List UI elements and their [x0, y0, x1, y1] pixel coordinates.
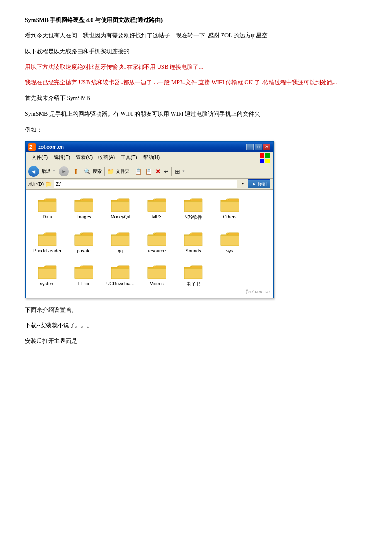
- folder-icon-img: [147, 230, 167, 247]
- explorer-toolbar: ◄ 后退 ▼ ► ⬆ 🔍 搜索 📁 文件夹 📋 📋 ✕ ↩ ⊞ ▼: [26, 164, 273, 179]
- back-dropdown[interactable]: ▼: [52, 169, 56, 173]
- restore-button[interactable]: □: [255, 144, 262, 150]
- windows-flag-icon: [260, 153, 270, 163]
- menu-view[interactable]: 查看(V): [73, 153, 95, 163]
- forward-button[interactable]: ►: [59, 166, 69, 176]
- folder-item[interactable]: Images: [67, 195, 100, 225]
- para10: 安装后打开主界面是：: [25, 336, 367, 346]
- para1: 看到今天也有人在问，我也因为有需要刚好找到了这帖子，现在转一下 ,感谢 ZOL …: [25, 31, 367, 41]
- para4-red: 我现在已经完全抛弃 USB 线和读卡器..都放一边了....一般 MP3..文件…: [25, 78, 367, 88]
- folder-item[interactable]: MoneyQif: [104, 195, 137, 225]
- folder-icon-img: [37, 230, 57, 247]
- folder-label-text: system: [40, 281, 55, 286]
- goto-arrow-icon: ►: [252, 181, 256, 186]
- folder-icon-img: [183, 230, 203, 247]
- close-icon: ✕: [265, 144, 268, 149]
- folder-label-text: sys: [226, 248, 234, 253]
- folder-item[interactable]: Sounds: [177, 229, 210, 258]
- back-arrow-icon: ◄: [31, 168, 37, 175]
- folder-label[interactable]: 文件夹: [116, 168, 129, 174]
- folder-icon-img: [74, 230, 94, 247]
- search-label[interactable]: 搜索: [93, 168, 102, 174]
- folder-icon-img: [183, 263, 203, 280]
- address-input[interactable]: Z:\: [54, 180, 237, 188]
- address-dropdown[interactable]: ▼: [239, 180, 246, 188]
- toolbar-separator1: [81, 167, 81, 176]
- folder-label-text: qq: [118, 248, 123, 253]
- folder-item[interactable]: resource: [140, 229, 173, 258]
- folder-label-text: private: [77, 248, 90, 253]
- folder-label-text: UCDownloa...: [106, 281, 134, 286]
- titlebar-left: Z zol.com.cn: [28, 143, 64, 151]
- goto-button[interactable]: ► 转到: [248, 179, 270, 188]
- folder-item[interactable]: 电子书: [177, 262, 210, 292]
- folder-item[interactable]: Others: [213, 195, 246, 225]
- minimize-button[interactable]: —: [246, 144, 254, 150]
- watermark: ∥zol.com.cn: [245, 289, 270, 294]
- address-text: Z:\: [56, 181, 235, 186]
- folder-item[interactable]: Data: [31, 195, 64, 225]
- address-label: 地址(D): [28, 181, 44, 187]
- view-icon: ⊞: [175, 168, 180, 175]
- explorer-menubar: 文件(F) 编辑(E) 查看(V) 收藏(A) 工具(T) 帮助(H): [26, 152, 273, 164]
- folder-item[interactable]: PandaReader: [31, 229, 64, 258]
- folder-icon-img: [110, 196, 130, 213]
- window-title: zol.com.cn: [38, 144, 64, 150]
- folder-item[interactable]: MP3: [140, 195, 173, 225]
- folder-item[interactable]: sys: [213, 229, 246, 258]
- svg-rect-2: [260, 153, 264, 158]
- folder-icon-img: [37, 196, 57, 213]
- para2: 以下教程是以无线路由和手机实现连接的: [25, 46, 367, 56]
- folder-item[interactable]: N79软件: [177, 195, 210, 225]
- restore-icon: □: [257, 144, 260, 149]
- folder-icon-img: [74, 196, 94, 213]
- folder-icon-img: [110, 230, 130, 247]
- forward-icon: ►: [61, 169, 66, 174]
- view-dropdown[interactable]: ▼: [182, 169, 185, 173]
- address-bar: 地址(D) 📁 Z:\ ▼ ► 转到: [26, 179, 273, 190]
- folder-label-text: MP3: [152, 214, 162, 219]
- menu-edit[interactable]: 编辑(E): [51, 153, 73, 163]
- folder-label-text: Others: [223, 214, 236, 219]
- explorer-titlebar: Z zol.com.cn — □ ✕: [26, 142, 273, 152]
- close-button[interactable]: ✕: [263, 144, 270, 150]
- folder-icon-img: [220, 196, 240, 213]
- delete-icon: ✕: [156, 168, 161, 175]
- menu-file[interactable]: 文件(F): [29, 153, 50, 163]
- folder-item[interactable]: UCDownloa...: [104, 262, 137, 292]
- back-button[interactable]: ◄: [28, 166, 39, 177]
- menu-tools[interactable]: 工具(T): [118, 153, 139, 163]
- folder-item[interactable]: system: [31, 262, 64, 292]
- para7: 例如：: [25, 125, 367, 135]
- svg-rect-3: [265, 153, 270, 158]
- folder-label-text: N79软件: [185, 214, 202, 220]
- goto-label: 转到: [258, 181, 267, 187]
- folder-icon-img: [183, 196, 203, 213]
- folder-item[interactable]: qq: [104, 229, 137, 258]
- folder-label-text: Data: [42, 214, 52, 219]
- toolbar-separator3: [132, 167, 132, 176]
- menu-favorites[interactable]: 收藏(A): [96, 153, 117, 163]
- folder-label-text: Sounds: [185, 248, 201, 253]
- para5: 首先我来介绍下 SymSMB: [25, 93, 367, 103]
- svg-rect-4: [260, 159, 264, 163]
- para9: 下载--安装就不说了。。。: [25, 320, 367, 330]
- minimize-icon: —: [248, 144, 252, 149]
- folder-item[interactable]: TTPod: [67, 262, 100, 292]
- para3-red: 用以下方法读取速度绝对比蓝牙传输快..在家都不用 USB 连接电脑了...: [25, 62, 367, 72]
- undo-icon: ↩: [164, 168, 169, 175]
- folder-item[interactable]: private: [67, 229, 100, 258]
- article-title: SymSMB 手机网络硬盘 4.0 与使用图文教程(通过路由): [25, 17, 367, 24]
- toolbar-separator2: [104, 167, 105, 176]
- explorer-content: Data Images MoneyQif MP3: [26, 190, 273, 298]
- svg-text:Z: Z: [29, 145, 32, 149]
- up-folder-icon[interactable]: ⬆: [73, 167, 78, 175]
- folder-item[interactable]: Videos: [140, 262, 173, 292]
- folder-label-text: MoneyQif: [110, 214, 130, 219]
- folder-icon-img: [110, 263, 130, 280]
- para6: SymSMB 是手机上的网络驱动器。有 WIFI 的朋友可以用 WIFI 通过电…: [25, 109, 367, 119]
- menu-help[interactable]: 帮助(H): [141, 153, 163, 163]
- folder-icon-img: [147, 196, 167, 213]
- folder-label-text: resource: [148, 248, 166, 253]
- folder-icon-img: [37, 263, 57, 280]
